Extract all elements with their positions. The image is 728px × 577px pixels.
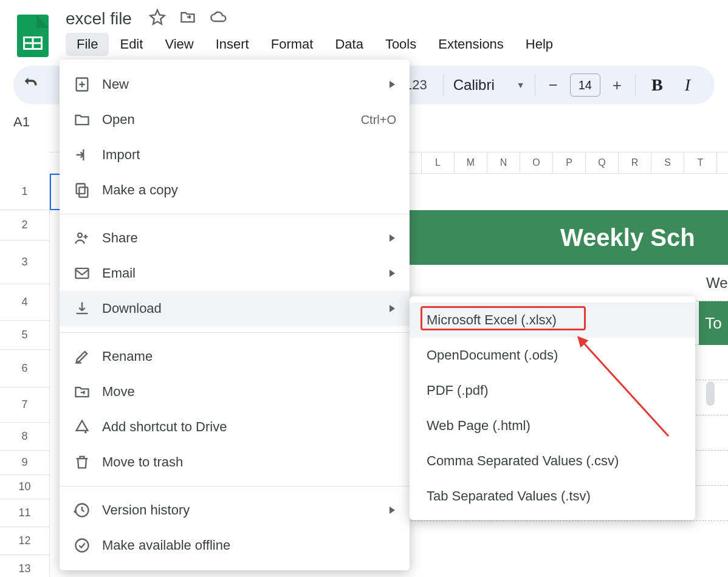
menu-version-history[interactable]: Version history <box>60 493 410 528</box>
download-html[interactable]: Web Page (.html) <box>410 408 695 443</box>
row-header[interactable]: 4 <box>0 284 50 321</box>
chevron-down-icon: ▼ <box>517 80 525 90</box>
menu-add-shortcut[interactable]: Add shortcut to Drive <box>60 409 410 445</box>
column-header[interactable]: T <box>684 152 717 173</box>
row-header[interactable]: 12 <box>0 527 50 555</box>
row-header[interactable]: 11 <box>0 499 50 527</box>
row-header[interactable]: 7 <box>0 388 50 423</box>
row-header[interactable]: 9 <box>0 451 50 475</box>
menu-item-label: Download <box>102 301 162 316</box>
font-name: Calibri <box>453 77 495 94</box>
menu-shortcut: Ctrl+O <box>361 113 396 127</box>
increase-font-button[interactable]: + <box>609 76 625 95</box>
row-header[interactable]: 10 <box>0 475 50 499</box>
email-icon <box>73 264 91 282</box>
menu-download[interactable]: Download <box>60 291 410 326</box>
download-csv[interactable]: Comma Separated Values (.csv) <box>410 443 695 479</box>
menu-item-label: Make available offline <box>102 538 230 553</box>
download-ods[interactable]: OpenDocument (.ods) <box>410 338 695 373</box>
row-header[interactable]: 3 <box>0 241 50 284</box>
menubar: File Edit View Insert Format Data Tools … <box>66 33 717 56</box>
menu-tools[interactable]: Tools <box>374 33 427 56</box>
column-header[interactable]: L <box>422 152 455 173</box>
bold-button[interactable]: B <box>645 75 669 95</box>
menu-item-label: Rename <box>102 349 153 364</box>
menu-item-label: Email <box>102 265 136 281</box>
menu-data[interactable]: Data <box>324 33 374 56</box>
menu-item-label: Share <box>102 230 138 246</box>
column-header[interactable]: R <box>619 152 651 173</box>
menu-help[interactable]: Help <box>515 33 564 56</box>
folder-icon <box>73 111 91 129</box>
font-select[interactable]: Calibri ▼ <box>453 77 525 94</box>
decrease-font-button[interactable]: − <box>545 76 561 95</box>
menu-new[interactable]: New <box>60 67 410 102</box>
menu-trash[interactable]: Move to trash <box>60 445 410 480</box>
sheet-banner: Weekly Sch <box>408 210 728 265</box>
row-header[interactable]: 1 <box>0 174 50 210</box>
menu-file[interactable]: File <box>66 33 109 56</box>
row-header[interactable]: 6 <box>0 350 50 388</box>
svg-point-3 <box>78 233 82 237</box>
sheets-logo[interactable] <box>17 15 49 57</box>
column-header[interactable]: O <box>520 152 553 173</box>
menu-open[interactable]: Open Ctrl+O <box>60 102 410 137</box>
download-icon <box>73 299 91 318</box>
row-header[interactable]: 8 <box>0 423 50 451</box>
scrollbar-thumb[interactable] <box>706 381 715 406</box>
import-icon <box>73 146 91 164</box>
row-header[interactable]: 2 <box>0 210 50 241</box>
undo-icon[interactable] <box>22 75 39 95</box>
menu-offline[interactable]: Make available offline <box>60 528 410 563</box>
menu-import[interactable]: Import <box>60 137 410 172</box>
history-icon <box>73 501 91 519</box>
menu-item-label: New <box>102 77 129 92</box>
menu-edit[interactable]: Edit <box>109 33 154 56</box>
download-tsv[interactable]: Tab Separated Values (.tsv) <box>410 479 695 514</box>
row-header[interactable]: 5 <box>0 321 50 350</box>
menu-item-label: Add shortcut to Drive <box>102 419 227 435</box>
row-header[interactable]: 13 <box>0 555 50 577</box>
svg-point-6 <box>76 539 89 552</box>
move-folder-icon[interactable] <box>179 9 196 29</box>
menu-share[interactable]: Share <box>60 220 410 256</box>
menu-item-label: Version history <box>102 502 190 518</box>
menu-item-label: Import <box>102 147 140 163</box>
row-headers: 1 2 3 4 5 6 7 8 9 10 11 12 13 <box>0 174 50 577</box>
submenu-arrow-icon <box>390 305 395 312</box>
document-name[interactable]: excel file <box>66 9 132 29</box>
column-header[interactable]: M <box>455 152 487 173</box>
menu-email[interactable]: Email <box>60 256 410 291</box>
download-xlsx[interactable]: Microsoft Excel (.xlsx) <box>410 302 695 338</box>
menu-item-label: Move to trash <box>102 454 183 470</box>
menu-view[interactable]: View <box>154 33 204 56</box>
svg-rect-2 <box>77 184 85 194</box>
column-header[interactable]: N <box>487 152 520 173</box>
share-icon <box>73 229 91 247</box>
italic-button[interactable]: I <box>679 75 696 95</box>
menu-format[interactable]: Format <box>260 33 325 56</box>
sheet-subheader: We <box>408 265 728 301</box>
menu-move[interactable]: Move <box>60 374 410 409</box>
menu-rename[interactable]: Rename <box>60 339 410 374</box>
column-header[interactable]: S <box>651 152 684 173</box>
star-icon[interactable] <box>149 9 166 29</box>
column-header[interactable]: P <box>553 152 586 173</box>
menu-insert[interactable]: Insert <box>205 33 260 56</box>
menu-extensions[interactable]: Extensions <box>427 33 515 56</box>
offline-icon <box>73 536 91 555</box>
submenu-arrow-icon <box>390 270 395 277</box>
menu-item-label: Move <box>102 384 135 400</box>
cloud-status-icon[interactable] <box>210 9 227 29</box>
submenu-arrow-icon <box>390 507 395 514</box>
submenu-arrow-icon <box>390 234 395 242</box>
font-size-input[interactable]: 14 <box>570 73 600 97</box>
svg-rect-4 <box>76 268 89 278</box>
download-pdf[interactable]: PDF (.pdf) <box>410 373 695 408</box>
copy-icon <box>73 181 91 199</box>
column-header[interactable]: Q <box>586 152 619 173</box>
download-submenu: Microsoft Excel (.xlsx) OpenDocument (.o… <box>410 296 695 520</box>
menu-make-copy[interactable]: Make a copy <box>60 172 410 208</box>
move-icon <box>73 383 91 401</box>
trash-icon <box>73 453 91 471</box>
